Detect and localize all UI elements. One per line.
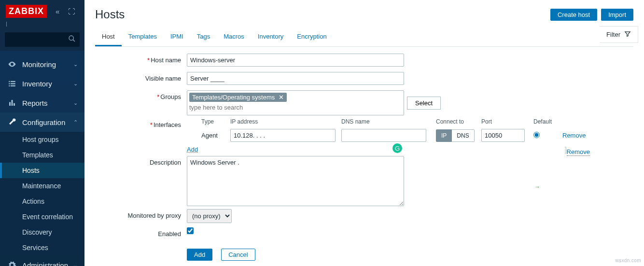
group-chip: Templates/Operating systems ✕ <box>189 93 287 102</box>
groups-multiselect[interactable]: Templates/Operating systems ✕ <box>187 90 404 115</box>
filter-label: Filter <box>606 31 620 38</box>
sidebar-item-label: Administration <box>22 261 73 266</box>
svg-rect-3 <box>11 81 15 82</box>
iface-type: Agent <box>201 132 230 139</box>
sidebar-sub-host-groups[interactable]: Host groups <box>0 132 84 147</box>
sidebar-top: ZABBIX « ⛶ <box>0 0 84 21</box>
label-description: Description <box>95 156 187 166</box>
list-icon <box>7 79 17 88</box>
sidebar-sub-hosts[interactable]: Hosts <box>0 163 84 178</box>
topbar: Hosts Create host Import <box>84 0 644 23</box>
svg-point-0 <box>69 36 73 40</box>
svg-rect-10 <box>14 103 15 106</box>
cancel-button[interactable]: Cancel <box>221 249 255 261</box>
search-input[interactable] <box>5 32 80 47</box>
sidebar-item-monitoring[interactable]: Monitoring ⌄ <box>0 55 84 74</box>
connect-dns-button[interactable]: DNS <box>452 129 474 142</box>
connect-ip-button[interactable]: IP <box>436 129 452 142</box>
iface-header-row: Type IP address DNS name Connect to Port… <box>187 118 633 128</box>
filter-toggle[interactable]: Filter <box>600 26 638 43</box>
iface-col-type: Type <box>201 118 230 125</box>
chevron-up-icon: ⌃ <box>73 119 78 126</box>
label-hostname: *Host name <box>95 54 187 64</box>
iface-col-default: Default <box>533 118 562 125</box>
groups-select-button[interactable]: Select <box>407 97 441 110</box>
sidebar-item-label: Inventory <box>22 80 73 88</box>
tab-ipmi[interactable]: IPMI <box>164 28 190 46</box>
enabled-checkbox[interactable] <box>187 227 194 234</box>
iface-default-radio[interactable] <box>533 132 540 138</box>
svg-rect-8 <box>9 102 11 106</box>
group-chip-label: Templates/Operating systems <box>192 94 275 101</box>
groups-search-input[interactable] <box>189 104 402 111</box>
sidebar-sub-maintenance[interactable]: Maintenance <box>0 178 84 194</box>
sidebar-item-reports[interactable]: Reports ⌄ <box>0 93 84 112</box>
tab-inventory[interactable]: Inventory <box>251 28 290 46</box>
iface-col-dns: DNS name <box>341 118 436 125</box>
brand-logo[interactable]: ZABBIX <box>6 5 47 18</box>
sidebar-item-configuration[interactable]: Configuration ⌃ <box>0 112 84 132</box>
sidebar-nav: Monitoring ⌄ Inventory ⌄ Reports ⌄ Confi… <box>0 51 84 266</box>
sidebar-item-label: Configuration <box>22 118 73 126</box>
add-button[interactable]: Add <box>187 249 212 261</box>
tab-macros[interactable]: Macros <box>217 28 251 46</box>
tabs: Host Templates IPMI Tags Macros Inventor… <box>95 28 633 47</box>
gear-icon <box>7 261 17 266</box>
collapse-sidebar-icon[interactable]: « <box>56 7 59 15</box>
stray-remove-link[interactable]: Remove <box>567 148 590 156</box>
eye-icon <box>7 60 17 69</box>
sidebar-sub-discovery[interactable]: Discovery <box>0 224 84 240</box>
svg-line-1 <box>73 40 75 42</box>
filter-icon <box>624 30 631 39</box>
import-button[interactable]: Import <box>601 9 633 21</box>
create-host-button[interactable]: Create host <box>550 9 597 21</box>
sidebar-sub-services[interactable]: Services <box>0 240 84 255</box>
wrench-icon <box>7 118 17 126</box>
remove-chip-icon[interactable]: ✕ <box>279 94 284 101</box>
sidebar: ZABBIX « ⛶ | Monitoring ⌄ Inventory ⌄ <box>0 0 84 266</box>
tab-tags[interactable]: Tags <box>190 28 217 46</box>
sidebar-item-label: Reports <box>22 99 73 107</box>
chart-icon <box>7 98 17 107</box>
svg-rect-6 <box>9 85 10 86</box>
iface-port-input[interactable] <box>481 129 525 142</box>
main: Hosts Create host Import Filter Host Tem… <box>84 0 644 266</box>
visiblename-input[interactable] <box>187 72 404 85</box>
label-enabled: Enabled <box>95 227 187 238</box>
svg-rect-5 <box>11 83 15 84</box>
tab-templates[interactable]: Templates <box>122 28 164 46</box>
svg-rect-7 <box>11 85 15 86</box>
svg-rect-9 <box>12 100 13 106</box>
sidebar-item-inventory[interactable]: Inventory ⌄ <box>0 74 84 93</box>
iface-add-link[interactable]: Add <box>187 146 198 153</box>
chevron-down-icon: ⌄ <box>73 81 78 87</box>
label-proxy: Monitored by proxy <box>95 209 187 219</box>
sidebar-item-administration[interactable]: Administration ⌄ <box>0 255 84 266</box>
proxy-select[interactable]: (no proxy) <box>187 209 232 223</box>
tab-encryption[interactable]: Encryption <box>290 28 333 46</box>
iface-remove-link[interactable]: Remove <box>562 132 586 139</box>
chevron-down-icon: ⌄ <box>73 262 78 266</box>
hostname-input[interactable] <box>187 54 404 67</box>
iface-col-port: Port <box>481 118 533 125</box>
sidebar-sub-event-correlation[interactable]: Event correlation <box>0 209 84 224</box>
label-groups: *Groups <box>95 90 187 100</box>
host-form: ] Remove *Host name Visible name *Groups… <box>84 47 644 266</box>
svg-rect-4 <box>9 83 10 84</box>
label-visiblename: Visible name <box>95 72 187 82</box>
chevron-down-icon: ⌄ <box>73 61 78 68</box>
sidebar-indicator: | <box>0 21 84 28</box>
fullscreen-icon[interactable]: ⛶ <box>68 7 75 15</box>
iface-dns-input[interactable] <box>341 129 426 142</box>
description-textarea[interactable]: Windows Server . <box>187 156 404 206</box>
subnav-configuration: Host groups Templates Hosts Maintenance … <box>0 132 84 255</box>
iface-row: Agent IP DNS Remove <box>187 129 633 142</box>
iface-col-conn: Connect to <box>436 118 481 125</box>
form-actions: Add Cancel <box>187 246 633 261</box>
iface-ip-input[interactable] <box>230 129 336 142</box>
tab-host[interactable]: Host <box>95 28 122 46</box>
chevron-down-icon: ⌄ <box>73 100 78 106</box>
sidebar-sub-actions[interactable]: Actions <box>0 194 84 209</box>
watermark: wsxdn.com <box>615 258 641 263</box>
sidebar-sub-templates[interactable]: Templates <box>0 147 84 163</box>
